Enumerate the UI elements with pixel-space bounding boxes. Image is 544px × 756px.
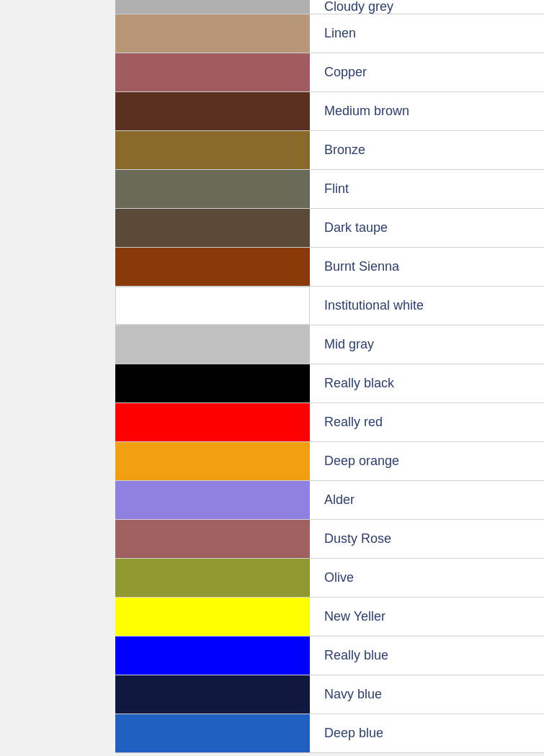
left-sidebar: [0, 0, 115, 756]
color-swatch: [115, 131, 310, 169]
color-swatch: [115, 170, 310, 208]
color-label: Mid gray: [310, 325, 544, 364]
color-row[interactable]: Medium brown: [115, 92, 544, 131]
color-label: Flint: [310, 170, 544, 208]
color-label: Alder: [310, 481, 544, 519]
color-label: Deep blue: [310, 714, 544, 752]
color-label: Dusty Rose: [310, 520, 544, 558]
color-row[interactable]: Navy blue: [115, 675, 544, 714]
color-swatch: [115, 714, 310, 752]
color-label: Deep orange: [310, 442, 544, 480]
color-label: Medium brown: [310, 92, 544, 130]
color-label: Really blue: [310, 636, 544, 675]
page-container: Cloudy greyLinenCopperMedium brownBronze…: [0, 0, 544, 756]
color-row[interactable]: Cloudy grey: [115, 0, 544, 14]
color-row[interactable]: Really red: [115, 403, 544, 442]
color-row[interactable]: Bronze: [115, 131, 544, 170]
color-swatch: [115, 481, 310, 519]
color-label: Really black: [310, 364, 544, 402]
color-row[interactable]: Flint: [115, 170, 544, 209]
color-list: Cloudy greyLinenCopperMedium brownBronze…: [115, 0, 544, 756]
color-row[interactable]: Mid gray: [115, 325, 544, 364]
color-label: Bronze: [310, 131, 544, 169]
color-swatch: [115, 248, 310, 286]
color-row[interactable]: Really blue: [115, 636, 544, 675]
color-row[interactable]: Dark taupe: [115, 209, 544, 248]
color-row[interactable]: Institutional white: [115, 287, 544, 325]
color-swatch: [115, 0, 310, 14]
color-swatch: [115, 92, 310, 130]
color-swatch: [115, 53, 310, 91]
color-swatch: [115, 403, 310, 441]
color-row[interactable]: Dusty Rose: [115, 520, 544, 559]
color-swatch: [115, 559, 310, 597]
color-row[interactable]: New Yeller: [115, 598, 544, 636]
color-swatch: [115, 520, 310, 558]
color-label: Burnt Sienna: [310, 248, 544, 286]
color-row[interactable]: Copper: [115, 53, 544, 92]
color-swatch: [115, 675, 310, 714]
color-label: New Yeller: [310, 598, 544, 636]
color-label: Dark taupe: [310, 209, 544, 247]
color-swatch: [115, 598, 310, 636]
color-swatch: [115, 287, 310, 325]
color-swatch: [115, 325, 310, 364]
color-swatch: [115, 364, 310, 402]
color-swatch: [115, 636, 310, 675]
color-label: Navy blue: [310, 675, 544, 714]
color-label: Copper: [310, 53, 544, 91]
color-swatch: [115, 442, 310, 480]
color-row[interactable]: Olive: [115, 559, 544, 598]
color-row[interactable]: Really black: [115, 364, 544, 403]
color-label: Really red: [310, 403, 544, 441]
color-label: Cloudy grey: [310, 0, 544, 14]
color-row[interactable]: Alder: [115, 481, 544, 520]
color-row[interactable]: Burnt Sienna: [115, 248, 544, 287]
color-label: Linen: [310, 14, 544, 53]
color-label: Institutional white: [310, 287, 544, 325]
color-swatch: [115, 14, 310, 53]
color-row[interactable]: Linen: [115, 14, 544, 53]
color-swatch: [115, 209, 310, 247]
color-label: Olive: [310, 559, 544, 597]
color-row[interactable]: Deep blue: [115, 714, 544, 753]
color-row[interactable]: Deep orange: [115, 442, 544, 481]
